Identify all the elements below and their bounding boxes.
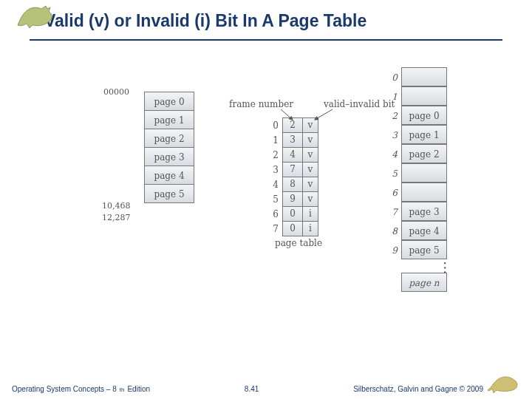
memory-row: 9page 5 <box>388 241 447 260</box>
memory-row: 3page 1 <box>388 126 447 145</box>
memory-row: 7page 3 <box>388 202 447 222</box>
memory-row: 8page 4 <box>388 222 447 241</box>
memory-row: page n <box>388 273 447 292</box>
slide-number: 8.41 <box>150 385 353 393</box>
memory-row: 5 <box>388 164 447 183</box>
memory-row: 1 <box>388 87 447 106</box>
memory-row: 4page 2 <box>388 145 447 164</box>
page-table-diagram: 00000 10,468 12,287 page 0 page 1 page 2… <box>89 59 473 325</box>
svg-line-1 <box>315 109 332 120</box>
footer-left: Operating System Concepts – 8th Edition <box>12 385 150 393</box>
title-underline <box>30 39 502 41</box>
slide-footer: Operating System Concepts – 8th Edition … <box>0 371 532 393</box>
dinosaur-top-icon <box>16 3 58 30</box>
memory-row: 0 <box>388 68 447 87</box>
ellipsis-icon: ··· <box>401 260 447 273</box>
dinosaur-bottom-icon <box>486 371 520 393</box>
physical-memory-table: 0 1 2page 0 3page 1 4page 2 5 6 7page 3 … <box>388 68 447 292</box>
svg-line-0 <box>281 109 293 120</box>
memory-row: 6 <box>388 183 447 202</box>
footer-right: Silberschatz, Galvin and Gagne © 2009 <box>353 371 520 393</box>
memory-row: 2page 0 <box>388 106 447 126</box>
page-title: Valid (v) or Invalid (i) Bit In A Page T… <box>44 11 502 31</box>
